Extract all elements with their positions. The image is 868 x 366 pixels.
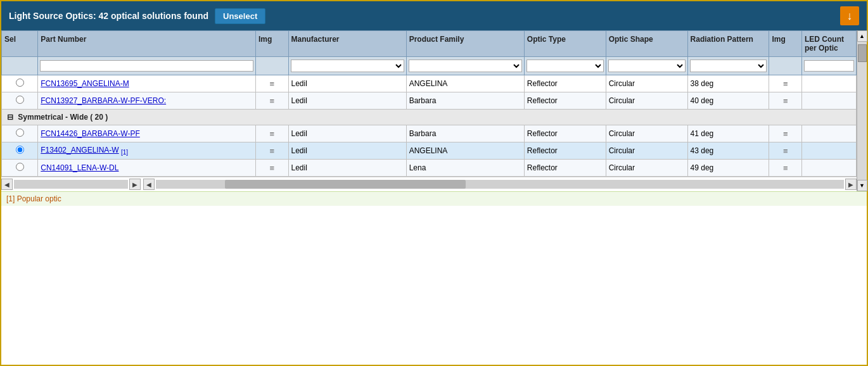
- row-sel-2[interactable]: [2, 92, 38, 110]
- grid-icon-img2-3[interactable]: ≡: [783, 129, 788, 139]
- scroll-left-arrow[interactable]: ◀: [1, 179, 13, 190]
- mfr-filter-select[interactable]: [291, 60, 404, 72]
- table-row: FCN13695_ANGELINA-M ≡ Ledil ANGELINA Ref…: [2, 75, 857, 92]
- pf-filter-select[interactable]: [409, 60, 522, 72]
- table-row: F13402_ANGELINA-W [1] ≡ Ledil ANGELINA R…: [2, 142, 857, 160]
- row-img2-2[interactable]: ≡: [769, 92, 802, 110]
- grid-icon-4[interactable]: ≡: [269, 146, 274, 156]
- filter-pf: [406, 57, 524, 75]
- row-ledcount-2: [802, 92, 857, 110]
- left-scroll-track[interactable]: [14, 180, 128, 189]
- filter-optictype: [524, 57, 606, 75]
- row-img1-4[interactable]: ≡: [255, 142, 288, 160]
- col-header-img1: Img: [255, 31, 288, 57]
- grid-icon-3[interactable]: ≡: [269, 129, 274, 139]
- row-ledcount-5: [802, 160, 857, 177]
- row-img1-3[interactable]: ≡: [255, 125, 288, 142]
- row-partnum-1: FCN13695_ANGELINA-M: [38, 75, 256, 92]
- radio-3[interactable]: [16, 129, 24, 137]
- radpat-filter-select[interactable]: [690, 60, 767, 72]
- horizontal-scrollbar[interactable]: ◀ ▶ ◀ ▶: [1, 177, 857, 191]
- radio-1[interactable]: [16, 79, 24, 87]
- col-header-pf: Product Family: [406, 31, 524, 57]
- row-mfr-2: Ledil: [288, 92, 406, 110]
- col-header-optictype: Optic Type: [524, 31, 606, 57]
- row-optictype-1: Reflector: [524, 75, 606, 92]
- radio-2[interactable]: [16, 96, 24, 104]
- filter-img1: [255, 57, 288, 75]
- filter-row: [2, 57, 857, 75]
- group-header-label: Symmetrical - Wide ( 20 ): [18, 113, 108, 122]
- scroll-up-arrow[interactable]: ▲: [857, 30, 867, 42]
- row-radpat-1: 38 deg: [687, 75, 769, 92]
- row-img1-5[interactable]: ≡: [255, 160, 288, 177]
- unselect-button[interactable]: Unselect: [215, 8, 265, 24]
- row-sel-5[interactable]: [2, 160, 38, 177]
- partnum-link-4[interactable]: F13402_ANGELINA-W: [41, 146, 118, 155]
- row-optictype-3: Reflector: [524, 125, 606, 142]
- group-header-row: ⊟ Symmetrical - Wide ( 20 ): [2, 110, 857, 125]
- row-ledcount-3: [802, 125, 857, 142]
- grid-icon-img2-5[interactable]: ≡: [783, 163, 788, 173]
- partnum-link-5[interactable]: CN14091_LENA-W-DL: [41, 163, 118, 172]
- right-scroll-track[interactable]: [156, 180, 844, 189]
- grid-icon-img2-4[interactable]: ≡: [783, 146, 788, 156]
- row-partnum-2: FCN13927_BARBARA-W-PF-VERO:: [38, 92, 256, 110]
- vertical-scrollbar[interactable]: ▲ ▼: [857, 30, 867, 191]
- col-header-partnum: Part Number: [38, 31, 256, 57]
- footnote-bar: [1] Popular optic: [1, 191, 867, 206]
- row-sel-4[interactable]: [2, 142, 38, 160]
- main-container: Light Source Optics: 42 optical solution…: [0, 0, 868, 366]
- row-img2-5[interactable]: ≡: [769, 160, 802, 177]
- grid-icon-1[interactable]: ≡: [269, 79, 274, 89]
- row-optictype-2: Reflector: [524, 92, 606, 110]
- partnum-link-2[interactable]: FCN13927_BARBARA-W-PF-VERO:: [41, 96, 166, 105]
- scroll-left-arrow-right[interactable]: ◀: [143, 179, 155, 190]
- row-sel-3[interactable]: [2, 125, 38, 142]
- row-pf-4: ANGELINA: [406, 142, 524, 160]
- table-area: Sel Part Number Img Manufacturer Product…: [1, 30, 857, 191]
- filter-opticshape: [606, 57, 687, 75]
- partnum-filter-input[interactable]: [40, 60, 253, 72]
- scroll-right-arrow[interactable]: ▶: [845, 179, 857, 190]
- col-header-sel: Sel: [2, 31, 38, 57]
- row-optictype-5: Reflector: [524, 160, 606, 177]
- scroll-down-arrow[interactable]: ▼: [857, 180, 867, 191]
- row-pf-2: Barbara: [406, 92, 524, 110]
- row-img2-4[interactable]: ≡: [769, 142, 802, 160]
- col-header-img2: Img: [769, 31, 802, 57]
- row-mfr-1: Ledil: [288, 75, 406, 92]
- row-img2-1[interactable]: ≡: [769, 75, 802, 92]
- row-img1-2[interactable]: ≡: [255, 92, 288, 110]
- row-opticshape-2: Circular: [606, 92, 687, 110]
- footnote-text: [1] Popular optic: [6, 194, 61, 203]
- filter-ledcount: [802, 57, 857, 75]
- collapse-icon[interactable]: ⊟: [7, 113, 13, 122]
- grid-icon-2[interactable]: ≡: [269, 96, 274, 106]
- row-opticshape-3: Circular: [606, 125, 687, 142]
- radio-4[interactable]: [16, 146, 24, 154]
- results-table: Sel Part Number Img Manufacturer Product…: [1, 30, 857, 177]
- scroll-right-arrow-left[interactable]: ▶: [129, 179, 141, 190]
- opticshape-filter-select[interactable]: [608, 60, 686, 72]
- row-mfr-4: Ledil: [288, 142, 406, 160]
- grid-icon-img2-2[interactable]: ≡: [783, 96, 788, 106]
- filter-sel: [2, 57, 38, 75]
- optictype-filter-select[interactable]: [527, 60, 604, 72]
- partnum-link-1[interactable]: FCN13695_ANGELINA-M: [41, 79, 129, 88]
- download-icon[interactable]: ↓: [840, 6, 859, 25]
- table-row: FCN13927_BARBARA-W-PF-VERO: ≡ Ledil Barb…: [2, 92, 857, 110]
- row-pf-3: Barbara: [406, 125, 524, 142]
- row-img2-3[interactable]: ≡: [769, 125, 802, 142]
- radio-5[interactable]: [16, 163, 24, 171]
- row-img1-1[interactable]: ≡: [255, 75, 288, 92]
- partnum-link-3[interactable]: FCN14426_BARBARA-W-PF: [41, 129, 140, 138]
- row-sel-1[interactable]: [2, 75, 38, 92]
- grid-icon-5[interactable]: ≡: [269, 163, 274, 173]
- grid-icon-img2-1[interactable]: ≡: [783, 79, 788, 89]
- row-pf-1: ANGELINA: [406, 75, 524, 92]
- row-mfr-3: Ledil: [288, 125, 406, 142]
- ledcount-filter-input[interactable]: [804, 60, 854, 72]
- header-title: Light Source Optics: 42 optical solution…: [9, 11, 208, 21]
- vert-scroll-thumb[interactable]: [858, 44, 867, 62]
